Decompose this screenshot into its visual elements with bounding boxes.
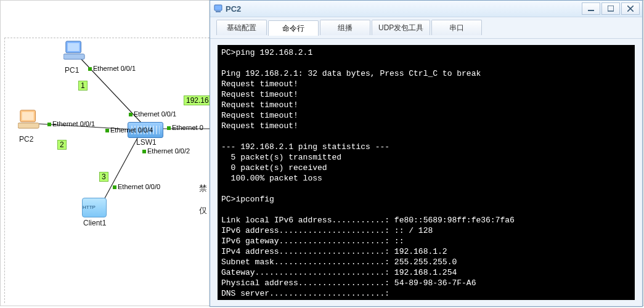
port-lsw-1: Ethernet 0/0/1 xyxy=(129,110,176,118)
note-only: 仅 xyxy=(199,205,207,216)
tab-mcast[interactable]: 组播 xyxy=(320,20,370,35)
note-deny: 禁 xyxy=(199,183,207,194)
vlan-badge-1: 1 xyxy=(78,81,88,91)
vlan-badge-3: 3 xyxy=(99,172,108,182)
svg-rect-8 xyxy=(22,112,34,120)
node-pc1-label: PC1 xyxy=(65,66,79,75)
vlan-badge-2: 2 xyxy=(57,140,67,150)
port-client: Ethernet 0/0/0 xyxy=(113,183,160,190)
minimize-button[interactable] xyxy=(582,2,600,15)
canvas-guide xyxy=(4,38,210,303)
maximize-button[interactable] xyxy=(601,2,620,15)
tab-bar: 基础配置 命令行 组播 UDP发包工具 串口 xyxy=(210,17,642,39)
node-pc2[interactable] xyxy=(15,109,44,132)
svg-rect-5 xyxy=(68,43,79,51)
port-lsw-2: Ethernet 0/0/2 xyxy=(142,147,190,155)
node-lsw1-label: LSW1 xyxy=(136,138,157,147)
tab-serial[interactable]: 串口 xyxy=(431,20,482,35)
svg-rect-9 xyxy=(18,123,39,129)
svg-rect-11 xyxy=(216,11,221,12)
pc-icon xyxy=(63,40,87,61)
tab-udp[interactable]: UDP发包工具 xyxy=(372,20,430,35)
tab-cli[interactable]: 命令行 xyxy=(268,20,319,36)
terminal-output[interactable]: PC>ping 192.168.2.1 Ping 192.168.2.1: 32… xyxy=(218,45,635,300)
port-lsw-4: Ethernet 0/0/4 xyxy=(105,126,153,134)
node-client1-label: Client1 xyxy=(83,219,106,227)
app-icon xyxy=(214,4,222,13)
port-pc1: Ethernet 0/0/1 xyxy=(88,65,136,72)
node-pc2-label: PC2 xyxy=(19,135,33,144)
port-pc2: Ethernet 0/0/1 xyxy=(47,120,95,128)
svg-rect-6 xyxy=(63,54,84,60)
terminal-container: PC>ping 192.168.2.1 Ping 192.168.2.1: 32… xyxy=(210,39,642,306)
close-button[interactable] xyxy=(621,2,640,15)
tab-basic[interactable]: 基础配置 xyxy=(216,20,267,35)
window-title: PC2 xyxy=(226,4,241,14)
svg-rect-10 xyxy=(214,5,222,10)
svg-rect-13 xyxy=(608,6,614,11)
pc-icon xyxy=(18,109,41,130)
port-lsw-right: Ethernet 0 xyxy=(167,124,203,131)
client-icon: HTTP xyxy=(82,198,107,217)
node-client1[interactable]: HTTP xyxy=(82,198,107,217)
titlebar[interactable]: PC2 xyxy=(210,1,642,17)
node-pc1[interactable] xyxy=(61,40,89,63)
ip-badge: 192.16 xyxy=(184,95,211,105)
pc2-window[interactable]: PC2 基础配置 命令行 组播 UDP发包工具 串口 PC>ping 192.1… xyxy=(210,0,643,307)
